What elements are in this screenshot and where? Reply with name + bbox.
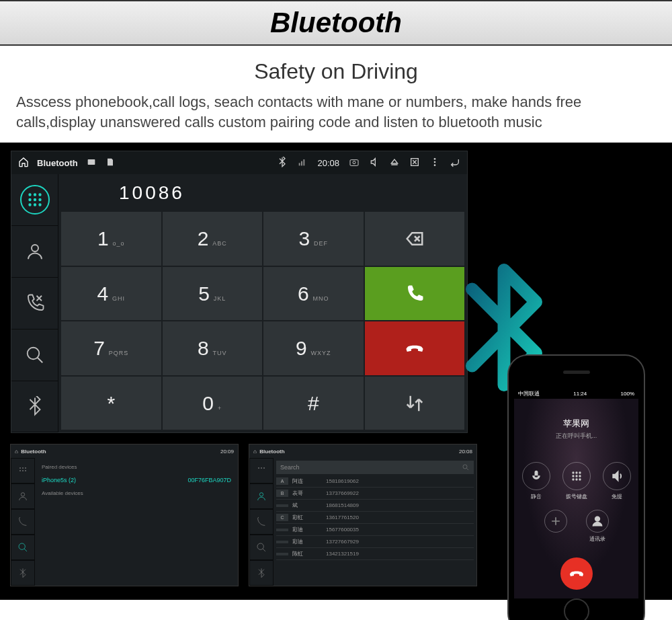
- svg-point-12: [39, 194, 41, 196]
- svg-point-20: [27, 347, 39, 359]
- svg-point-24: [572, 475, 574, 477]
- svg-point-15: [39, 199, 41, 201]
- key-4[interactable]: 4GHI: [61, 267, 161, 321]
- t2-bt[interactable]: [249, 560, 274, 586]
- close-icon[interactable]: [409, 157, 420, 169]
- speaker-button[interactable]: 免提: [603, 462, 631, 500]
- nav-search[interactable]: [11, 330, 58, 381]
- number-display: 10086: [58, 174, 467, 212]
- svg-point-16: [29, 204, 31, 206]
- t1-search[interactable]: [11, 535, 35, 560]
- end-call-button[interactable]: [560, 557, 593, 590]
- contact-row[interactable]: B表哥13737669922: [276, 488, 474, 500]
- svg-point-41: [263, 468, 264, 469]
- phone-battery: 100%: [621, 391, 634, 397]
- key-9[interactable]: 9WXYZ: [263, 321, 364, 375]
- status-time: 20:08: [317, 158, 339, 168]
- t2-search[interactable]: [249, 535, 274, 560]
- menu-icon[interactable]: [429, 157, 440, 169]
- paired-label: Paired devices: [39, 461, 234, 473]
- search-input[interactable]: Search: [276, 461, 474, 474]
- key-1[interactable]: 1o_o: [61, 212, 161, 266]
- svg-point-42: [259, 493, 263, 496]
- svg-point-14: [34, 199, 36, 201]
- camera-icon: [349, 157, 360, 169]
- page-title: Bluetooth: [0, 7, 672, 39]
- keypad-button[interactable]: 拨号键盘: [562, 462, 591, 500]
- t1-dialpad[interactable]: [11, 458, 35, 483]
- nav-dialpad[interactable]: [11, 174, 58, 226]
- avail-label: Available devices: [39, 487, 234, 500]
- svg-point-36: [25, 471, 26, 471]
- contact-row[interactable]: A阿连15818619062: [276, 475, 474, 488]
- svg-point-32: [22, 468, 23, 469]
- key-2[interactable]: 2ABC: [163, 212, 263, 266]
- nav-bluetooth[interactable]: [11, 381, 58, 433]
- key-3[interactable]: 3DEF: [263, 212, 364, 266]
- description: Asscess phonebook,call logs, seach conta…: [0, 92, 672, 143]
- svg-point-23: [579, 472, 581, 474]
- key-6[interactable]: 6MNO: [263, 267, 364, 321]
- phone-carrier: 中国联通: [518, 390, 540, 397]
- svg-point-40: [261, 468, 261, 469]
- svg-rect-4: [350, 160, 358, 166]
- content-area: Bluetooth 20:08: [0, 143, 672, 600]
- contact-row[interactable]: 陈虹13421321519: [276, 548, 474, 560]
- add-call-button[interactable]: [544, 510, 567, 543]
- svg-point-43: [257, 543, 263, 549]
- svg-rect-3: [304, 159, 305, 165]
- call-status: 正在呼叫手机...: [514, 432, 638, 440]
- t1-bt[interactable]: [11, 560, 35, 586]
- home-button[interactable]: [564, 598, 589, 620]
- status-bar: Bluetooth 20:08: [11, 151, 467, 174]
- contacts-button[interactable]: 通讯录: [586, 510, 609, 543]
- contact-row[interactable]: 彩迪13727667929: [276, 536, 474, 548]
- bluetooth-dialer: Bluetooth 20:08: [11, 151, 468, 433]
- contact-row[interactable]: C彩虹13617761520: [276, 512, 474, 524]
- contact-row[interactable]: 彩迪15677600035: [276, 524, 474, 536]
- subtitle: Safety on Driving: [0, 59, 672, 84]
- svg-point-34: [19, 471, 20, 471]
- svg-rect-0: [87, 159, 95, 165]
- mute-button[interactable]: 静音: [522, 462, 550, 500]
- volume-icon[interactable]: [369, 157, 380, 169]
- svg-point-37: [21, 493, 24, 496]
- svg-point-26: [579, 475, 581, 477]
- svg-point-33: [25, 468, 26, 469]
- svg-point-5: [353, 161, 355, 164]
- key-8[interactable]: 8TUV: [163, 321, 263, 375]
- key-5[interactable]: 5JKL: [163, 267, 263, 321]
- svg-point-35: [22, 471, 23, 471]
- keypad: 1o_o 2ABC 3DEF 4GHI 5JKL 6MNO 7PQRS 8TUV…: [58, 212, 467, 432]
- phone-statusbar: 中国联通 11:24 100%: [514, 388, 638, 399]
- sd-icon: [105, 157, 116, 169]
- phone-time: 11:24: [573, 391, 587, 397]
- nav-call-log[interactable]: [11, 278, 58, 330]
- svg-point-44: [463, 465, 467, 469]
- bluetooth-icon: [277, 157, 288, 169]
- paired-devices-screen: ⌂ Bluetooth20:09 Paired devices iPhone5s…: [10, 444, 239, 586]
- t2-contacts[interactable]: [249, 483, 274, 509]
- key-backspace[interactable]: [365, 212, 465, 266]
- key-0[interactable]: 0+: [163, 377, 263, 430]
- t1-calllog[interactable]: [11, 509, 35, 535]
- home-icon[interactable]: [18, 157, 29, 169]
- svg-rect-1: [299, 163, 300, 165]
- svg-point-8: [434, 161, 436, 163]
- back-icon[interactable]: [450, 157, 460, 169]
- svg-point-28: [575, 479, 577, 481]
- title-bar: Bluetooth: [0, 0, 672, 46]
- t2-dialpad[interactable]: [249, 458, 274, 483]
- key-star[interactable]: *: [61, 377, 161, 430]
- eject-icon[interactable]: [389, 157, 400, 169]
- svg-point-38: [19, 543, 25, 549]
- t2-calllog[interactable]: [249, 509, 274, 535]
- key-hash[interactable]: #: [263, 377, 364, 430]
- side-nav: [11, 174, 58, 432]
- t1-contacts[interactable]: [11, 483, 35, 509]
- paired-device[interactable]: iPhone5s (2)00F76FBA907D: [39, 473, 234, 487]
- nav-contacts[interactable]: [11, 226, 58, 278]
- svg-point-9: [434, 164, 436, 166]
- contact-row[interactable]: 斌18681514809: [276, 500, 474, 512]
- key-7[interactable]: 7PQRS: [61, 321, 161, 375]
